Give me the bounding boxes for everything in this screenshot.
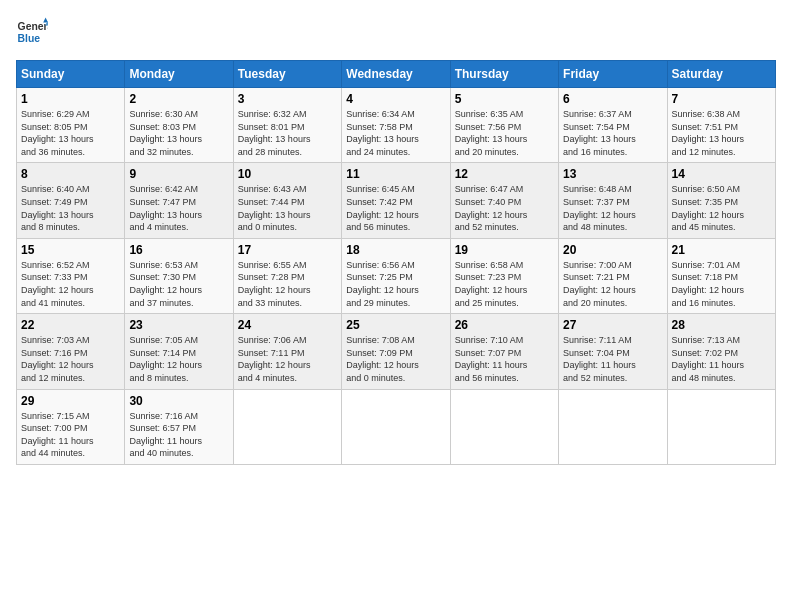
calendar-cell [342, 389, 450, 464]
calendar-cell [559, 389, 667, 464]
day-info: Sunrise: 6:53 AMSunset: 7:30 PMDaylight:… [129, 259, 228, 309]
day-info: Sunrise: 6:50 AMSunset: 7:35 PMDaylight:… [672, 183, 771, 233]
day-info: Sunrise: 6:34 AMSunset: 7:58 PMDaylight:… [346, 108, 445, 158]
calendar-cell: 7Sunrise: 6:38 AMSunset: 7:51 PMDaylight… [667, 88, 775, 163]
day-info: Sunrise: 6:45 AMSunset: 7:42 PMDaylight:… [346, 183, 445, 233]
header-tuesday: Tuesday [233, 61, 341, 88]
day-info: Sunrise: 6:38 AMSunset: 7:51 PMDaylight:… [672, 108, 771, 158]
day-number: 16 [129, 243, 228, 257]
calendar-cell: 15Sunrise: 6:52 AMSunset: 7:33 PMDayligh… [17, 238, 125, 313]
calendar-cell: 21Sunrise: 7:01 AMSunset: 7:18 PMDayligh… [667, 238, 775, 313]
day-info: Sunrise: 6:52 AMSunset: 7:33 PMDaylight:… [21, 259, 120, 309]
svg-text:Blue: Blue [18, 33, 41, 44]
day-number: 12 [455, 167, 554, 181]
day-number: 9 [129, 167, 228, 181]
day-number: 21 [672, 243, 771, 257]
calendar-cell: 28Sunrise: 7:13 AMSunset: 7:02 PMDayligh… [667, 314, 775, 389]
calendar-week-2: 8Sunrise: 6:40 AMSunset: 7:49 PMDaylight… [17, 163, 776, 238]
day-info: Sunrise: 7:10 AMSunset: 7:07 PMDaylight:… [455, 334, 554, 384]
day-number: 11 [346, 167, 445, 181]
calendar-cell: 11Sunrise: 6:45 AMSunset: 7:42 PMDayligh… [342, 163, 450, 238]
calendar-cell: 26Sunrise: 7:10 AMSunset: 7:07 PMDayligh… [450, 314, 558, 389]
day-number: 19 [455, 243, 554, 257]
day-number: 13 [563, 167, 662, 181]
day-info: Sunrise: 7:00 AMSunset: 7:21 PMDaylight:… [563, 259, 662, 309]
day-number: 29 [21, 394, 120, 408]
day-info: Sunrise: 6:43 AMSunset: 7:44 PMDaylight:… [238, 183, 337, 233]
day-info: Sunrise: 6:29 AMSunset: 8:05 PMDaylight:… [21, 108, 120, 158]
day-info: Sunrise: 6:32 AMSunset: 8:01 PMDaylight:… [238, 108, 337, 158]
day-number: 25 [346, 318, 445, 332]
day-number: 18 [346, 243, 445, 257]
calendar-cell: 23Sunrise: 7:05 AMSunset: 7:14 PMDayligh… [125, 314, 233, 389]
day-number: 28 [672, 318, 771, 332]
calendar-week-3: 15Sunrise: 6:52 AMSunset: 7:33 PMDayligh… [17, 238, 776, 313]
calendar-cell: 17Sunrise: 6:55 AMSunset: 7:28 PMDayligh… [233, 238, 341, 313]
calendar-cell: 27Sunrise: 7:11 AMSunset: 7:04 PMDayligh… [559, 314, 667, 389]
calendar-header-row: SundayMondayTuesdayWednesdayThursdayFrid… [17, 61, 776, 88]
day-number: 3 [238, 92, 337, 106]
day-number: 23 [129, 318, 228, 332]
calendar-cell: 3Sunrise: 6:32 AMSunset: 8:01 PMDaylight… [233, 88, 341, 163]
day-info: Sunrise: 6:42 AMSunset: 7:47 PMDaylight:… [129, 183, 228, 233]
day-info: Sunrise: 7:06 AMSunset: 7:11 PMDaylight:… [238, 334, 337, 384]
day-info: Sunrise: 6:40 AMSunset: 7:49 PMDaylight:… [21, 183, 120, 233]
day-number: 2 [129, 92, 228, 106]
day-number: 4 [346, 92, 445, 106]
day-info: Sunrise: 6:48 AMSunset: 7:37 PMDaylight:… [563, 183, 662, 233]
day-number: 1 [21, 92, 120, 106]
day-number: 10 [238, 167, 337, 181]
day-info: Sunrise: 7:15 AMSunset: 7:00 PMDaylight:… [21, 410, 120, 460]
calendar-cell: 2Sunrise: 6:30 AMSunset: 8:03 PMDaylight… [125, 88, 233, 163]
calendar-cell [233, 389, 341, 464]
calendar-cell: 22Sunrise: 7:03 AMSunset: 7:16 PMDayligh… [17, 314, 125, 389]
day-number: 30 [129, 394, 228, 408]
calendar-week-1: 1Sunrise: 6:29 AMSunset: 8:05 PMDaylight… [17, 88, 776, 163]
calendar-cell: 19Sunrise: 6:58 AMSunset: 7:23 PMDayligh… [450, 238, 558, 313]
calendar-cell: 10Sunrise: 6:43 AMSunset: 7:44 PMDayligh… [233, 163, 341, 238]
calendar-cell: 8Sunrise: 6:40 AMSunset: 7:49 PMDaylight… [17, 163, 125, 238]
calendar-week-4: 22Sunrise: 7:03 AMSunset: 7:16 PMDayligh… [17, 314, 776, 389]
day-info: Sunrise: 7:08 AMSunset: 7:09 PMDaylight:… [346, 334, 445, 384]
calendar-week-5: 29Sunrise: 7:15 AMSunset: 7:00 PMDayligh… [17, 389, 776, 464]
calendar-cell: 5Sunrise: 6:35 AMSunset: 7:56 PMDaylight… [450, 88, 558, 163]
calendar-cell: 13Sunrise: 6:48 AMSunset: 7:37 PMDayligh… [559, 163, 667, 238]
svg-text:General: General [18, 21, 48, 32]
day-info: Sunrise: 6:55 AMSunset: 7:28 PMDaylight:… [238, 259, 337, 309]
day-number: 6 [563, 92, 662, 106]
calendar-cell: 9Sunrise: 6:42 AMSunset: 7:47 PMDaylight… [125, 163, 233, 238]
day-info: Sunrise: 7:11 AMSunset: 7:04 PMDaylight:… [563, 334, 662, 384]
day-info: Sunrise: 6:47 AMSunset: 7:40 PMDaylight:… [455, 183, 554, 233]
day-info: Sunrise: 7:03 AMSunset: 7:16 PMDaylight:… [21, 334, 120, 384]
calendar-cell: 18Sunrise: 6:56 AMSunset: 7:25 PMDayligh… [342, 238, 450, 313]
calendar-cell: 24Sunrise: 7:06 AMSunset: 7:11 PMDayligh… [233, 314, 341, 389]
day-number: 22 [21, 318, 120, 332]
day-info: Sunrise: 6:30 AMSunset: 8:03 PMDaylight:… [129, 108, 228, 158]
day-info: Sunrise: 7:05 AMSunset: 7:14 PMDaylight:… [129, 334, 228, 384]
day-number: 14 [672, 167, 771, 181]
day-info: Sunrise: 7:16 AMSunset: 6:57 PMDaylight:… [129, 410, 228, 460]
calendar-cell: 30Sunrise: 7:16 AMSunset: 6:57 PMDayligh… [125, 389, 233, 464]
calendar-cell: 29Sunrise: 7:15 AMSunset: 7:00 PMDayligh… [17, 389, 125, 464]
day-number: 24 [238, 318, 337, 332]
calendar-cell: 4Sunrise: 6:34 AMSunset: 7:58 PMDaylight… [342, 88, 450, 163]
header-friday: Friday [559, 61, 667, 88]
calendar-cell [450, 389, 558, 464]
day-number: 5 [455, 92, 554, 106]
calendar-cell [667, 389, 775, 464]
calendar-cell: 6Sunrise: 6:37 AMSunset: 7:54 PMDaylight… [559, 88, 667, 163]
svg-marker-2 [43, 18, 48, 23]
calendar-cell: 16Sunrise: 6:53 AMSunset: 7:30 PMDayligh… [125, 238, 233, 313]
day-number: 17 [238, 243, 337, 257]
day-number: 27 [563, 318, 662, 332]
header-sunday: Sunday [17, 61, 125, 88]
header-saturday: Saturday [667, 61, 775, 88]
page-header: General Blue [16, 16, 776, 48]
day-number: 15 [21, 243, 120, 257]
header-thursday: Thursday [450, 61, 558, 88]
calendar-cell: 20Sunrise: 7:00 AMSunset: 7:21 PMDayligh… [559, 238, 667, 313]
logo: General Blue [16, 16, 48, 48]
day-info: Sunrise: 7:01 AMSunset: 7:18 PMDaylight:… [672, 259, 771, 309]
calendar-cell: 1Sunrise: 6:29 AMSunset: 8:05 PMDaylight… [17, 88, 125, 163]
calendar-cell: 14Sunrise: 6:50 AMSunset: 7:35 PMDayligh… [667, 163, 775, 238]
